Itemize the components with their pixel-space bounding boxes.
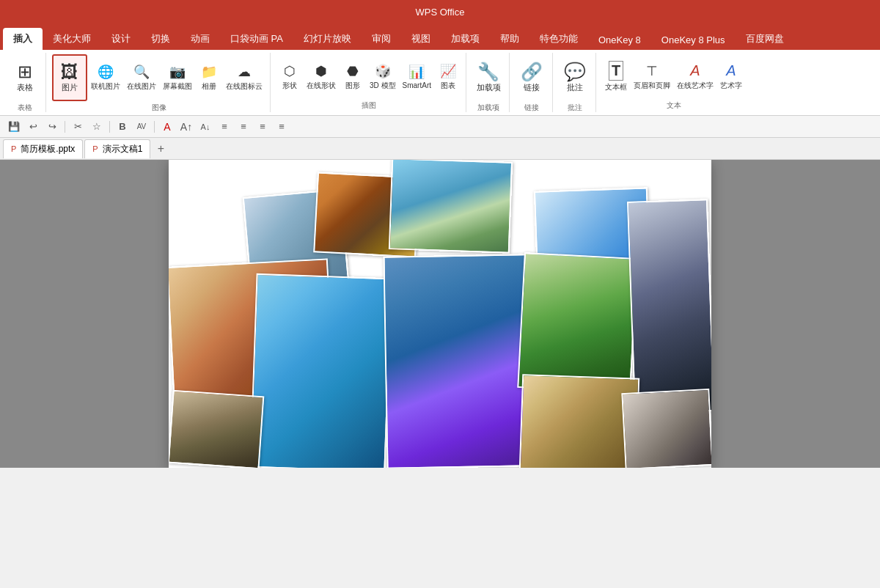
ribbon-group-comment: 💬 批注 批注 — [554, 53, 596, 112]
slide-photo-7[interactable] — [383, 254, 529, 468]
align-right-btn[interactable]: ≡ — [254, 119, 271, 135]
wordart-icon: A — [726, 62, 736, 79]
header-footer-button[interactable]: ⊤ 页眉和页脚 — [631, 55, 673, 99]
online-icon-cloud-button[interactable]: ☁ 在线图标云 — [223, 56, 265, 100]
link-label: 链接 — [524, 82, 540, 93]
online-picture-label: 联机图片 — [91, 81, 120, 92]
ribbon-tab-11[interactable]: 特色功能 — [529, 28, 588, 50]
picture-icon: 🖼 — [61, 63, 78, 81]
add-tab-button[interactable]: + — [152, 140, 169, 158]
chart-button[interactable]: 📈 图表 — [435, 55, 461, 99]
ribbon-tab-5[interactable]: 口袋动画 PA — [220, 28, 293, 50]
photo-inner-6 — [252, 275, 391, 468]
shape-button[interactable]: ⬡ 形状 — [276, 55, 303, 99]
font-size-up-btn[interactable]: A↑ — [178, 119, 194, 135]
graphic-label: 图形 — [345, 81, 360, 91]
table-label: 表格 — [17, 82, 33, 93]
save-quick-btn[interactable]: 💾 — [6, 119, 22, 135]
align-left-btn[interactable]: ≡ — [216, 119, 232, 135]
ribbon-tab-4[interactable]: 动画 — [180, 28, 220, 50]
redo-quick-btn[interactable]: ↪ — [44, 119, 60, 135]
ribbon-tab-7[interactable]: 审阅 — [362, 28, 401, 50]
slide-photo-8[interactable] — [517, 252, 637, 394]
icon-cloud-label: 在线图标云 — [226, 81, 263, 92]
doc-tab-resume[interactable]: P 简历模板.pptx — [3, 139, 83, 158]
addin-label: 加载项 — [477, 82, 501, 93]
undo-quick-btn[interactable]: ↩ — [25, 119, 41, 135]
comment-button[interactable]: 💬 批注 — [559, 54, 591, 101]
font-size-down-btn[interactable]: A↓ — [197, 119, 213, 135]
album-label: 相册 — [202, 81, 216, 92]
bold-quick-btn[interactable]: B — [114, 119, 131, 135]
online-shape-button[interactable]: ⬢ 在线形状 — [304, 55, 339, 99]
ribbon-tab-3[interactable]: 切换 — [141, 28, 180, 50]
screenshot-button[interactable]: 📷 屏幕截图 — [160, 56, 195, 100]
table-group-label: 表格 — [18, 101, 32, 113]
slide-photo-9[interactable] — [627, 199, 711, 414]
search-picture-button[interactable]: 🔍 在线图片 — [124, 56, 159, 100]
smartart-button[interactable]: 📊 SmartArt — [400, 55, 434, 99]
addin-button[interactable]: 🔧 加载项 — [472, 54, 505, 101]
slide-photo-10[interactable] — [519, 374, 639, 468]
ribbon-group-illustration: ⬡ 形状 ⬢ 在线形状 ⬣ 图形 🎲 3D 模型 📊 SmartArt 📈 图 — [272, 53, 466, 112]
photo-inner-3 — [390, 160, 511, 252]
chart-label: 图表 — [441, 81, 455, 91]
photo-inner-10 — [521, 375, 638, 468]
ribbon-tab-1[interactable]: 美化大师 — [43, 28, 101, 50]
online-shape-label: 在线形状 — [307, 81, 336, 91]
ribbon-tab-13[interactable]: OneKey 8 Plus — [651, 30, 736, 50]
align-center-btn[interactable]: ≡ — [235, 119, 252, 135]
ribbon-tab-2[interactable]: 设计 — [101, 28, 141, 50]
image-group-label: 图像 — [152, 101, 166, 113]
doc-tab-presentation[interactable]: P 演示文稿1 — [84, 139, 150, 158]
slide-photo-12[interactable] — [169, 390, 264, 468]
slide-canvas[interactable] — [169, 160, 711, 468]
online-picture-button[interactable]: 🌐 联机图片 — [88, 56, 123, 100]
insert-picture-button[interactable]: 🖼 图片 — [52, 54, 87, 101]
slide-photo-3[interactable] — [389, 160, 513, 254]
3d-model-icon: 🎲 — [375, 63, 391, 79]
ribbon-tab-14[interactable]: 百度网盘 — [736, 28, 794, 50]
font-color-btn[interactable]: A — [159, 119, 175, 135]
header-footer-label: 页眉和页脚 — [634, 81, 670, 91]
comment-icon: 💬 — [564, 63, 586, 81]
presentation-tab-icon: P — [92, 144, 98, 153]
doc-tabs-bar: P 简历模板.pptx P 演示文稿1 + — [0, 138, 880, 160]
online-wordart-button[interactable]: A 在线艺术字 — [674, 55, 716, 99]
presentation-tab-label: 演示文稿1 — [103, 143, 143, 155]
graphic-button[interactable]: ⬣ 图形 — [340, 55, 366, 99]
album-icon: 📁 — [201, 64, 217, 80]
ribbon-tab-9[interactable]: 加载项 — [441, 28, 490, 50]
online-wordart-icon: A — [690, 62, 700, 79]
ribbon-group-table: ⊞ 表格 表格 — [4, 53, 46, 112]
online-wordart-label: 在线艺术字 — [677, 81, 714, 91]
table-icon: ⊞ — [18, 63, 32, 81]
ribbon-group-image: 🖼 图片 🌐 联机图片 🔍 在线图片 📷 屏幕截图 📁 相册 ☁ 在线图标 — [48, 53, 271, 112]
text-group-label: 文本 — [667, 99, 681, 111]
insert-table-button[interactable]: ⊞ 表格 — [9, 54, 41, 101]
wordart-label: 艺术字 — [720, 81, 742, 91]
justify-btn[interactable]: ≡ — [274, 119, 290, 135]
link-icon: 🔗 — [521, 63, 543, 81]
toolbar-separator-3 — [154, 121, 155, 133]
slide-photo-11[interactable] — [621, 389, 711, 468]
link-button[interactable]: 🔗 链接 — [516, 54, 548, 101]
cut-quick-btn[interactable]: ✂ — [70, 119, 86, 135]
star-quick-btn[interactable]: ☆ — [89, 119, 105, 135]
av-quick-btn[interactable]: AV — [133, 119, 150, 135]
ribbon-tab-0[interactable]: 插入 — [3, 28, 43, 50]
header-footer-icon: ⊤ — [646, 63, 658, 79]
3d-model-button[interactable]: 🎲 3D 模型 — [367, 55, 399, 99]
quick-toolbar: 💾 ↩ ↪ ✂ ☆ B AV A A↑ A↓ ≡ ≡ ≡ ≡ — [0, 116, 880, 138]
ribbon-tab-6[interactable]: 幻灯片放映 — [293, 28, 362, 50]
slide-photo-6[interactable] — [249, 273, 392, 468]
ribbon-tab-8[interactable]: 视图 — [401, 28, 441, 50]
ribbon-tab-12[interactable]: OneKey 8 — [588, 30, 651, 50]
ribbon-content: ⊞ 表格 表格 🖼 图片 🌐 联机图片 🔍 在线图片 📷 屏幕截图 — [0, 50, 880, 116]
ribbon-tab-10[interactable]: 帮助 — [490, 28, 529, 50]
wordart-button[interactable]: A 艺术字 — [717, 55, 745, 99]
textbox-button[interactable]: T 文本框 — [602, 55, 630, 99]
resume-tab-label: 简历模板.pptx — [21, 143, 75, 155]
title-bar: WPS Office — [0, 0, 880, 23]
album-button[interactable]: 📁 相册 — [196, 56, 222, 100]
